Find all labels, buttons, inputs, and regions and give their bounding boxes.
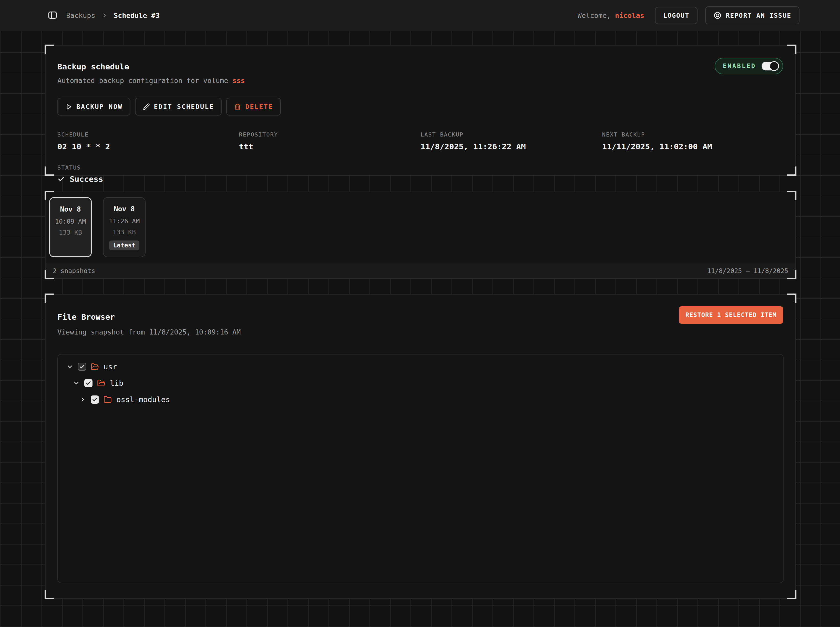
- snapshot-date: Nov 8: [114, 205, 134, 213]
- stat-repository: REPOSITORY ttt: [239, 131, 421, 151]
- check-icon: [57, 175, 65, 183]
- toggle-knob: [769, 61, 779, 71]
- edit-schedule-label: EDIT SCHEDULE: [154, 103, 214, 110]
- corner-bracket: [44, 191, 54, 200]
- subtitle-prefix: Automated backup configuration for volum…: [57, 77, 232, 85]
- corner-bracket: [787, 44, 796, 54]
- corner-bracket: [787, 590, 796, 599]
- stat-label: NEXT BACKUP: [602, 131, 784, 138]
- status-block: STATUS Success: [57, 164, 784, 184]
- folder-open-icon: [97, 379, 105, 387]
- backup-now-label: BACKUP NOW: [76, 103, 123, 110]
- stat-value: 11/11/2025, 11:02:00 AM: [602, 142, 784, 151]
- snapshot-count: 2 snapshots: [53, 267, 95, 274]
- stat-schedule: SCHEDULE 02 10 * * 2: [57, 131, 239, 151]
- breadcrumb: Backups Schedule #3: [66, 11, 159, 19]
- trash-icon: [234, 103, 241, 110]
- enabled-pill: ENABLED: [715, 58, 783, 74]
- tree-item-name: lib: [110, 379, 123, 388]
- checkbox-checked[interactable]: [84, 379, 93, 387]
- tree-row-usr[interactable]: usr: [63, 359, 778, 375]
- stat-label: SCHEDULE: [57, 131, 239, 138]
- breadcrumb-section[interactable]: Backups: [66, 11, 95, 19]
- report-issue-button[interactable]: REPORT AN ISSUE: [705, 6, 799, 24]
- stat-next-backup: NEXT BACKUP 11/11/2025, 11:02:00 AM: [602, 131, 784, 151]
- logout-button[interactable]: LOGOUT: [655, 7, 698, 24]
- file-browser-card: File Browser Viewing snapshot from 11/8/…: [45, 294, 796, 599]
- folder-icon: [104, 395, 112, 404]
- chevron-down-icon[interactable]: [66, 364, 73, 370]
- main-content: Backup schedule Automated backup configu…: [45, 45, 796, 599]
- schedule-stats: SCHEDULE 02 10 * * 2 REPOSITORY ttt LAST…: [57, 131, 784, 151]
- corner-bracket: [44, 167, 54, 176]
- snapshot-size: 133 KB: [113, 228, 136, 236]
- checkbox-checked[interactable]: [91, 395, 99, 404]
- snapshots-card: Nov 8 10:09 AM 133 KB Nov 8 11:26 AM 133…: [45, 192, 796, 279]
- corner-bracket: [44, 590, 54, 599]
- tree-item-name: usr: [104, 362, 117, 371]
- tree-row-lib[interactable]: lib: [63, 375, 778, 391]
- top-bar-right: Welcome, nicolas LOGOUT REPORT AN ISSUE: [578, 6, 799, 24]
- schedule-actions: BACKUP NOW EDIT SCHEDULE DELETE: [57, 98, 784, 115]
- sidebar-toggle-button[interactable]: [48, 11, 57, 20]
- stat-value: 02 10 * * 2: [57, 142, 239, 151]
- corner-bracket: [44, 293, 54, 303]
- snapshot-strip: Nov 8 10:09 AM 133 KB Nov 8 11:26 AM 133…: [46, 192, 796, 263]
- top-bar: Backups Schedule #3 Welcome, nicolas LOG…: [0, 0, 840, 31]
- corner-bracket: [44, 270, 54, 279]
- corner-bracket: [787, 270, 796, 279]
- folder-open-icon: [91, 363, 99, 371]
- snapshot-date: Nov 8: [60, 205, 81, 213]
- backup-now-button[interactable]: BACKUP NOW: [57, 98, 130, 115]
- snapshots-footer: 2 snapshots 11/8/2025 – 11/8/2025: [46, 263, 796, 278]
- file-browser-title: File Browser: [57, 312, 784, 322]
- corner-bracket: [787, 293, 796, 303]
- snapshot-time: 10:09 AM: [55, 218, 86, 225]
- tree-row-ossl-modules[interactable]: ossl-modules: [63, 391, 778, 408]
- snapshot-card[interactable]: Nov 8 11:26 AM 133 KB Latest: [103, 197, 145, 257]
- file-browser-subtitle: Viewing snapshot from 11/8/2025, 10:09:1…: [57, 328, 784, 336]
- chevron-right-icon: [101, 12, 107, 19]
- stat-value: 11/8/2025, 11:26:22 AM: [420, 142, 602, 151]
- volume-name: sss: [232, 77, 245, 85]
- logout-button-label: LOGOUT: [663, 12, 689, 19]
- welcome-prefix: Welcome,: [578, 11, 615, 19]
- stat-last-backup: LAST BACKUP 11/8/2025, 11:26:22 AM: [420, 131, 602, 151]
- checkbox-checked[interactable]: [78, 363, 86, 371]
- backup-schedule-card: Backup schedule Automated backup configu…: [45, 45, 796, 175]
- enabled-label: ENABLED: [723, 63, 756, 70]
- report-issue-button-label: REPORT AN ISSUE: [726, 12, 791, 19]
- stat-value: ttt: [239, 142, 421, 151]
- schedule-card-subtitle: Automated backup configuration for volum…: [57, 77, 784, 85]
- snapshot-date-range: 11/8/2025 – 11/8/2025: [707, 267, 788, 274]
- delete-label: DELETE: [245, 103, 273, 110]
- snapshot-card-selected[interactable]: Nov 8 10:09 AM 133 KB: [49, 197, 92, 257]
- welcome-text: Welcome, nicolas: [578, 11, 644, 19]
- app-screen: Backups Schedule #3 Welcome, nicolas LOG…: [0, 0, 840, 627]
- panel-left-icon: [48, 11, 57, 20]
- chevron-down-icon[interactable]: [73, 380, 80, 386]
- play-icon: [65, 103, 72, 110]
- status-label: STATUS: [57, 164, 784, 171]
- status-text: Success: [70, 175, 103, 184]
- tree-item-name: ossl-modules: [116, 395, 170, 404]
- top-bar-left: Backups Schedule #3: [48, 11, 159, 20]
- pencil-icon: [143, 103, 150, 110]
- restore-selected-button[interactable]: RESTORE 1 SELECTED ITEM: [679, 306, 783, 324]
- chevron-right-icon[interactable]: [79, 396, 86, 403]
- breadcrumb-current-page: Schedule #3: [114, 11, 159, 19]
- enabled-toggle[interactable]: [762, 62, 778, 71]
- edit-schedule-button[interactable]: EDIT SCHEDULE: [135, 98, 222, 115]
- corner-bracket: [44, 44, 54, 54]
- status-value: Success: [57, 175, 784, 184]
- schedule-card-title: Backup schedule: [57, 62, 784, 71]
- latest-badge: Latest: [109, 241, 140, 250]
- username: nicolas: [615, 11, 644, 19]
- stat-label: LAST BACKUP: [420, 131, 602, 138]
- corner-bracket: [787, 167, 796, 176]
- stat-label: REPOSITORY: [239, 131, 421, 138]
- corner-bracket: [787, 191, 796, 200]
- snapshot-time: 11:26 AM: [109, 217, 140, 225]
- file-tree-panel: usr lib: [57, 354, 784, 583]
- delete-button[interactable]: DELETE: [226, 98, 281, 115]
